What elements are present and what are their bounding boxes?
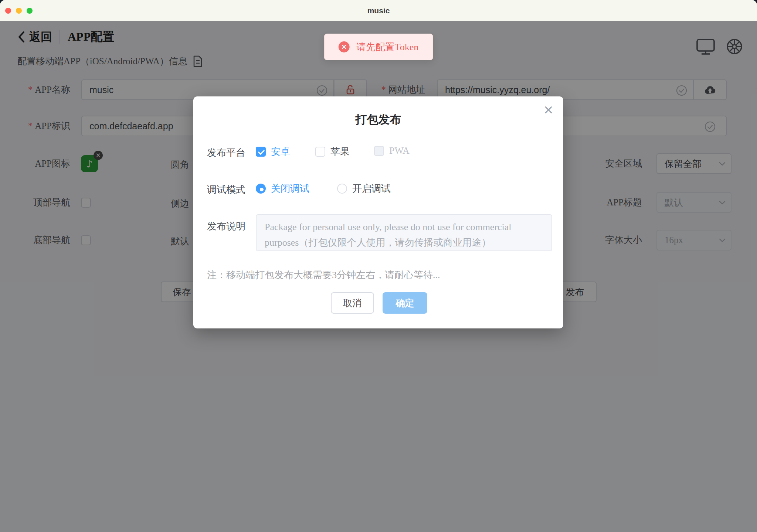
radio-icon[interactable] bbox=[337, 184, 347, 194]
toast-message: 请先配置Token bbox=[356, 41, 419, 54]
checkbox-checked-icon[interactable] bbox=[256, 147, 266, 157]
checkbox-icon[interactable] bbox=[315, 147, 325, 157]
platform-label: 发布平台 bbox=[207, 146, 245, 159]
checkbox-disabled-icon bbox=[374, 146, 384, 156]
dialog-title: 打包发布 bbox=[193, 112, 563, 127]
error-icon: × bbox=[339, 41, 350, 52]
titlebar: music bbox=[0, 0, 757, 21]
error-toast: × 请先配置Token bbox=[324, 34, 433, 60]
app-window: music 返回 APP配置 配置移动端APP（iOS/Android/PWA）… bbox=[0, 0, 757, 532]
notes-label: 发布说明 bbox=[207, 220, 245, 233]
cancel-button[interactable]: 取消 bbox=[331, 292, 374, 314]
package-publish-dialog: × 打包发布 发布平台 安卓 苹果 PWA 调试模式 关闭调试 bbox=[193, 96, 563, 328]
page-content: 返回 APP配置 配置移动端APP（iOS/Android/PWA）信息 bbox=[0, 21, 757, 532]
platform-option-android[interactable]: 安卓 bbox=[256, 145, 290, 158]
platform-option-apple[interactable]: 苹果 bbox=[315, 145, 350, 158]
debug-option-on[interactable]: 开启调试 bbox=[337, 182, 391, 195]
debug-label: 调试模式 bbox=[207, 183, 245, 196]
window-title: music bbox=[0, 0, 757, 21]
confirm-button[interactable]: 确定 bbox=[383, 292, 427, 314]
radio-selected-icon[interactable] bbox=[256, 184, 266, 194]
notes-textarea[interactable] bbox=[256, 214, 552, 251]
debug-option-off[interactable]: 关闭调试 bbox=[256, 182, 309, 195]
platform-option-pwa: PWA bbox=[374, 145, 410, 156]
dialog-hint: 注：移动端打包发布大概需要3分钟左右，请耐心等待... bbox=[207, 269, 440, 282]
